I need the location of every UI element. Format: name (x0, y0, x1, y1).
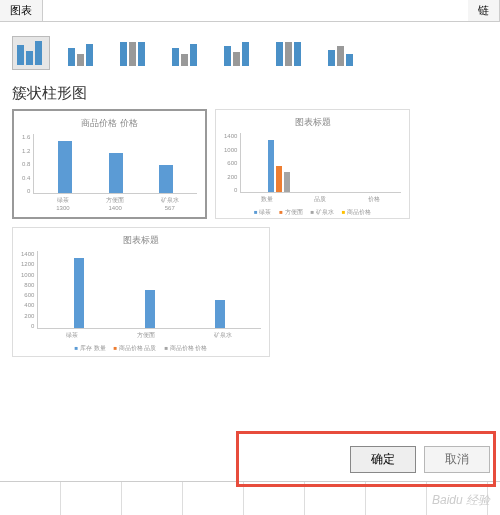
3d-clustered-icon[interactable] (168, 36, 206, 70)
cancel-button[interactable]: 取消 (424, 446, 490, 473)
legend: 绿茶 方便面 矿泉水 商品价格 (224, 208, 401, 217)
clustered-bar-icon[interactable] (12, 36, 50, 70)
watermark: Baidu 经验 (432, 492, 490, 509)
dialog-content: 簇状柱形图 商品价格 价格 1.61.20.80.40 绿茶1300 方便面14… (0, 22, 500, 365)
y-axis: 140010006002000 (224, 133, 240, 193)
plot-area (240, 133, 401, 193)
chart-preview-2[interactable]: 图表标题 140010006002000 数量品质价格 绿茶 方便面 矿泉水 商… (215, 109, 410, 219)
preview-title: 图表标题 (224, 116, 401, 129)
legend: 库存 数量 商品价格 品质 商品价格 价格 (21, 344, 261, 353)
preview-grid: 商品价格 价格 1.61.20.80.40 绿茶1300 方便面1400 矿泉水… (12, 109, 488, 357)
preview-title: 图表标题 (21, 234, 261, 247)
y-axis: 1.61.20.80.40 (22, 134, 33, 194)
tab-right[interactable]: 链 (468, 0, 500, 21)
plot-area (37, 251, 261, 329)
chart-preview-1[interactable]: 商品价格 价格 1.61.20.80.40 绿茶1300 方便面1400 矿泉水… (12, 109, 207, 219)
3d-100-stacked-icon[interactable] (272, 36, 310, 70)
stacked-bar-icon[interactable] (64, 36, 102, 70)
dialog-buttons: 确定 取消 (350, 446, 490, 473)
chart-preview-3[interactable]: 图表标题 1400120010008006004002000 绿茶方便面矿泉水 … (12, 227, 270, 357)
plot-area (33, 134, 197, 194)
chart-type-icons (12, 30, 488, 84)
x-axis: 绿茶1300 方便面1400 矿泉水567 (38, 196, 197, 211)
preview-title: 商品价格 价格 (22, 117, 197, 130)
ok-button[interactable]: 确定 (350, 446, 416, 473)
chart-subtype-title: 簇状柱形图 (12, 84, 488, 103)
x-axis: 数量品质价格 (240, 195, 401, 204)
3d-stacked-icon[interactable] (220, 36, 258, 70)
tab-strip: 图表 链 (0, 0, 500, 22)
tab-chart[interactable]: 图表 (0, 0, 43, 21)
spreadsheet-grid (0, 481, 500, 515)
y-axis: 1400120010008006004002000 (21, 251, 37, 329)
100-stacked-bar-icon[interactable] (116, 36, 154, 70)
3d-column-icon[interactable] (324, 36, 362, 70)
x-axis: 绿茶方便面矿泉水 (37, 331, 261, 340)
